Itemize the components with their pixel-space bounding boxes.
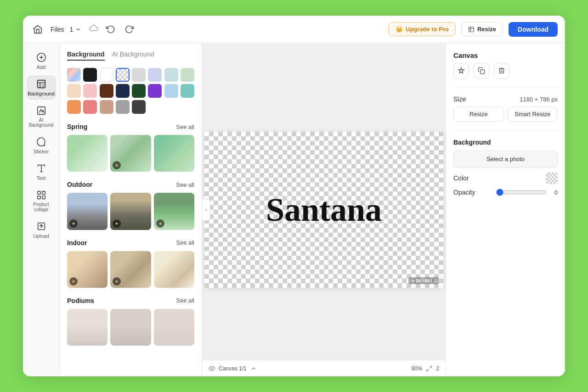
podium-photo-2[interactable] (110, 309, 151, 346)
svg-rect-17 (481, 70, 485, 74)
color-swatch-brown[interactable] (100, 84, 113, 98)
canvas-label: Canvas 1/1 (219, 365, 247, 372)
copy-icon-btn[interactable] (474, 63, 489, 78)
panel-tabs: Background AI Background (67, 50, 194, 61)
outdoor-title: Outdoor (67, 181, 92, 188)
color-swatch-cream[interactable] (67, 84, 81, 98)
smart-resize-button[interactable]: Smart Resize (508, 106, 558, 122)
spring-see-all[interactable]: See all (176, 123, 194, 130)
color-swatch-black[interactable] (83, 68, 97, 82)
podiums-see-all[interactable]: See all (176, 297, 194, 304)
undo-button[interactable] (104, 23, 117, 36)
color-swatch-skyblue[interactable] (164, 84, 178, 98)
color-swatch-white[interactable] (100, 68, 113, 82)
canvas-frame[interactable]: Santana ⊕ InsMind... (204, 132, 443, 288)
outdoor-see-all[interactable]: See all (176, 181, 194, 188)
download-button[interactable]: Download (509, 22, 558, 37)
color-swatch-tan[interactable] (100, 100, 113, 114)
cloud-save-icon[interactable] (89, 23, 99, 35)
right-icon-row (453, 63, 558, 78)
sidebar-item-add[interactable]: Add (27, 49, 56, 73)
spring-photo-2[interactable]: ★ (110, 135, 151, 172)
color-swatch-mintgray[interactable] (164, 68, 178, 82)
color-swatch-orange[interactable] (67, 100, 81, 114)
left-sidebar: Add Background AI Background (23, 43, 60, 376)
color-swatch-teal[interactable] (181, 84, 194, 98)
canvas-area: ‹ Santana ⊕ InsMind... Canvas 1/1 90% (202, 43, 446, 376)
color-swatch-purple[interactable] (148, 84, 162, 98)
sidebar-ai-label: AI Background (29, 118, 53, 128)
tab-background[interactable]: Background (67, 50, 105, 61)
pin-icon-btn[interactable] (453, 63, 469, 78)
trash-icon-btn[interactable] (494, 63, 509, 78)
spring-photo-3[interactable] (154, 135, 194, 172)
size-row: Size 1180 × 786 px (453, 95, 558, 103)
color-swatch-gradient[interactable] (67, 68, 81, 82)
pro-badge-outdoor1: ★ (69, 219, 78, 228)
sidebar-item-ai-background[interactable]: AI Background (27, 102, 56, 131)
color-swatch-lightgreen[interactable] (181, 68, 194, 82)
color-swatch-darkgreen[interactable] (132, 84, 146, 98)
indoor-photo-grid: ★ ★ (67, 251, 194, 288)
color-grid (67, 68, 194, 114)
sidebar-text-label: Text (36, 175, 45, 181)
svg-rect-11 (42, 196, 45, 199)
tab-ai-background[interactable]: AI Background (112, 50, 154, 61)
resize-button[interactable]: Resize (453, 106, 504, 122)
sidebar-item-background[interactable]: Background (27, 75, 56, 100)
color-swatch-lavender[interactable] (148, 68, 162, 82)
svg-rect-10 (37, 196, 40, 199)
indoor-photo-2[interactable]: ★ (110, 251, 151, 288)
header: Files 1 👑 Upgrade to (23, 16, 565, 43)
indoor-title: Indoor (67, 239, 87, 246)
color-swatch-darkgray[interactable] (132, 100, 146, 114)
svg-rect-9 (42, 191, 45, 194)
color-swatch-medgray[interactable] (116, 100, 130, 114)
spring-photo-1[interactable] (67, 135, 107, 172)
outdoor-photo-1[interactable]: ★ (67, 193, 107, 230)
home-button[interactable] (30, 22, 45, 37)
podium-photo-3[interactable] (154, 309, 194, 346)
color-swatch-lightpink[interactable] (83, 84, 97, 98)
right-divider-1 (453, 87, 558, 87)
color-swatch-navy[interactable] (116, 84, 130, 98)
select-photo-button[interactable]: Select a photo (453, 151, 558, 168)
podium-photo-1[interactable] (67, 309, 107, 346)
upgrade-button[interactable]: 👑 Upgrade to Pro (389, 22, 456, 36)
right-size-section: Size 1180 × 786 px Resize Smart Resize (453, 95, 558, 122)
indoor-photo-3[interactable] (154, 251, 194, 288)
indoor-photo-1[interactable]: ★ (67, 251, 107, 288)
background-panel: Background AI Background (60, 43, 202, 376)
sidebar-item-sticker[interactable]: Sticker (27, 133, 56, 158)
color-swatch-salmon[interactable] (83, 100, 97, 114)
svg-line-15 (430, 366, 431, 368)
size-value: 1180 × 786 px (520, 96, 558, 103)
opacity-slider[interactable] (496, 189, 547, 196)
sidebar-sticker-label: Sticker (34, 149, 49, 154)
indoor-see-all[interactable]: See all (176, 239, 194, 246)
color-swatch-transparent[interactable] (116, 68, 130, 82)
page-number[interactable]: 1 (70, 26, 82, 33)
right-background-section: Background Select a photo Color Opacity … (453, 139, 558, 196)
color-preview[interactable] (546, 172, 558, 184)
pro-badge-indoor2: ★ (113, 277, 121, 286)
outdoor-photo-grid: ★ ★ ★ (67, 193, 194, 230)
collapse-panel-button[interactable]: ‹ (202, 199, 210, 221)
right-canvas-title: Canvas (453, 51, 558, 59)
svg-point-14 (211, 368, 213, 370)
sidebar-item-text[interactable]: Text (27, 160, 56, 185)
outdoor-photo-2[interactable]: ★ (110, 193, 151, 230)
sidebar-background-label: Background (28, 91, 55, 96)
pro-badge-spring2: ★ (113, 161, 121, 169)
outdoor-photo-3[interactable]: ★ (154, 193, 194, 230)
sidebar-item-upload[interactable]: Upload (27, 218, 56, 242)
redo-button[interactable] (123, 23, 136, 36)
color-swatch-lightgray[interactable] (132, 68, 146, 82)
svg-rect-4 (37, 80, 45, 88)
sidebar-item-collage[interactable]: Product collage (27, 186, 56, 216)
resize-header-button[interactable]: Resize (461, 22, 503, 36)
app-container: Files 1 👑 Upgrade to (23, 16, 565, 376)
files-label: Files (51, 26, 64, 33)
size-label: Size (453, 95, 466, 103)
right-canvas-section: Canvas (453, 51, 558, 78)
